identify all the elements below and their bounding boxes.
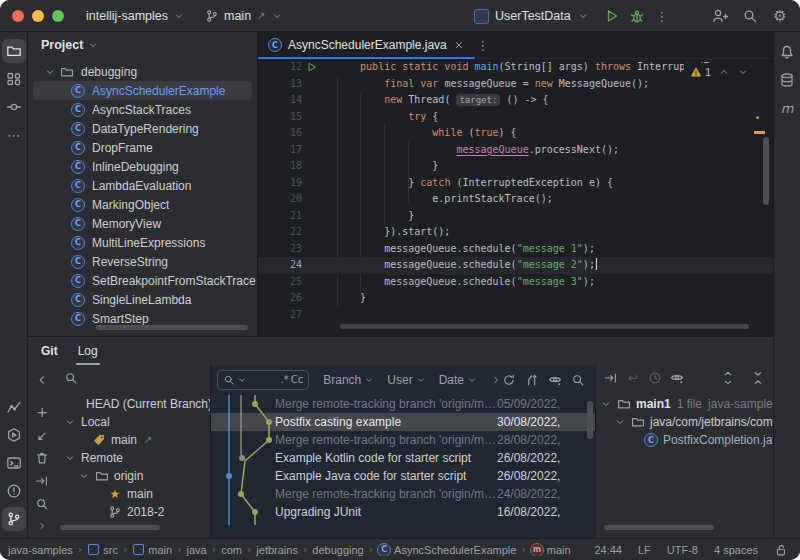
breadcrumb-item[interactable]: jetbrains	[256, 544, 298, 556]
history-button[interactable]	[648, 371, 662, 385]
toolwindow-button-structure[interactable]	[2, 67, 26, 91]
fetch-button[interactable]	[35, 474, 49, 488]
graph-options-button[interactable]	[525, 373, 539, 387]
add-user-button[interactable]	[712, 8, 728, 24]
commit-row[interactable]: Merge remote-tracking branch 'origin/mai…	[211, 395, 595, 413]
preview-button[interactable]	[670, 371, 684, 385]
chevron-down-icon[interactable]	[44, 66, 56, 78]
project-widget[interactable]: intellij-samples	[80, 6, 191, 26]
line-ending[interactable]: LF	[638, 544, 651, 556]
commit-row[interactable]: Upgrading JUnit16/08/2022,	[211, 503, 595, 521]
close-tab-icon[interactable]	[453, 39, 465, 51]
expand-button[interactable]	[36, 520, 48, 532]
toolwindow-button-terminal[interactable]	[2, 451, 26, 475]
breadcrumb-item[interactable]: debugging	[312, 544, 363, 556]
git-tab-log[interactable]: Log	[78, 337, 98, 365]
project-horizontal-scrollbar[interactable]	[96, 325, 248, 330]
toolwindow-button-maven[interactable]: m	[775, 96, 799, 120]
run-line-button[interactable]	[306, 61, 318, 73]
jump-to-source-button[interactable]	[604, 371, 618, 385]
more-actions-button[interactable]: ⋮	[654, 8, 670, 24]
settings-button[interactable]: ⚙	[772, 8, 788, 24]
breadcrumb-item[interactable]: mmain	[531, 544, 571, 556]
editor-tab[interactable]: C AsyncSchedulerExample.java	[258, 32, 475, 58]
branch-widget[interactable]: main ↗	[199, 6, 289, 26]
commit-row[interactable]: Example Kotlin code for starter script26…	[211, 449, 595, 467]
commit-list-scrollbar[interactable]	[587, 401, 593, 439]
project-panel-header[interactable]: Project	[28, 32, 257, 58]
regex-toggle[interactable]: .*	[281, 375, 289, 385]
minimize-window-button[interactable]	[32, 10, 44, 22]
match-case-toggle[interactable]: Cc	[291, 375, 303, 385]
breadcrumb-item[interactable]: CAsyncSchedulerExample	[378, 544, 516, 556]
zoom-window-button[interactable]	[52, 10, 64, 22]
filter-date[interactable]: Date	[439, 373, 477, 387]
find-button[interactable]	[35, 497, 49, 511]
run-configuration-selector[interactable]: UserTestData	[468, 6, 595, 27]
project-tree-item[interactable]: CSingleLineLambda	[28, 290, 257, 309]
project-tree-item[interactable]: CAsyncStackTraces	[28, 100, 257, 119]
commit-search-field[interactable]: .* Cc	[217, 370, 309, 390]
project-tree-item[interactable]: CLambdaEvaluation	[28, 176, 257, 195]
caret-position[interactable]: 24:44	[594, 544, 622, 556]
project-tree-item[interactable]: CSetBreakpointFromStackTrace	[28, 271, 257, 290]
project-tree-item[interactable]: CDropFrame	[28, 138, 257, 157]
project-tree-item[interactable]: CReverseString	[28, 252, 257, 271]
toolwindow-button-profiler[interactable]	[2, 395, 26, 419]
branch-row[interactable]: HEAD (Current Branch)	[56, 395, 210, 413]
branch-row[interactable]: Local	[56, 413, 210, 431]
breadcrumb-item[interactable]: java-samples	[8, 544, 73, 556]
branch-row[interactable]: origin	[56, 467, 210, 485]
editor-vertical-scrollbar[interactable]	[763, 137, 769, 205]
project-tree-item[interactable]: CMarkingObject	[28, 195, 257, 214]
refresh-button[interactable]	[502, 373, 516, 387]
editor-tab-options-button[interactable]: ⋮	[475, 37, 491, 53]
breadcrumb-item[interactable]: src	[87, 544, 118, 556]
inspection-widget[interactable]: 1	[684, 63, 751, 81]
chevron-down-icon[interactable]	[614, 416, 626, 428]
code-area[interactable]: 12 public static void main(String[] args…	[258, 59, 773, 336]
chevron-down-icon[interactable]	[64, 452, 76, 464]
project-tree-item[interactable]: CAsyncSchedulerExample	[33, 81, 252, 100]
toolwindow-button-services[interactable]	[2, 423, 26, 447]
toolwindow-button-version-control[interactable]	[2, 507, 26, 531]
file-lock-indicator[interactable]	[774, 543, 788, 557]
project-tree-item[interactable]: CDataTypeRendering	[28, 119, 257, 138]
hide-button[interactable]	[35, 373, 49, 387]
git-tab-git[interactable]: Git	[41, 337, 58, 365]
changed-files-root-row[interactable]: main11 filejava-samples/sr	[596, 395, 773, 413]
chevron-down-icon[interactable]	[78, 470, 90, 482]
rollback-button[interactable]: ↩	[626, 371, 640, 385]
chevron-down-icon[interactable]	[600, 398, 612, 410]
go-to-hash-button[interactable]	[571, 373, 585, 387]
branch-row[interactable]: 2018-2	[56, 503, 210, 521]
breadcrumb-item[interactable]: java	[187, 544, 207, 556]
branch-search-field[interactable]	[56, 365, 210, 391]
branch-row[interactable]: main↗	[56, 431, 210, 449]
editor-horizontal-scrollbar[interactable]	[340, 324, 749, 329]
collapse-all-button[interactable]	[751, 371, 765, 385]
breadcrumb-item[interactable]: main	[132, 544, 172, 556]
toolwindow-button-project[interactable]	[2, 39, 26, 63]
close-window-button[interactable]	[12, 10, 24, 22]
branch-row[interactable]: Remote	[56, 449, 210, 467]
commit-row[interactable]: Example Java code for starter script26/0…	[211, 467, 595, 485]
project-tree-item[interactable]: CMultiLineExpressions	[28, 233, 257, 252]
filter-branch[interactable]: Branch	[323, 373, 374, 387]
commit-row[interactable]: Postfix casting example30/08/2022,	[211, 413, 595, 431]
filter-user[interactable]: User	[387, 373, 425, 387]
changed-files-file-row[interactable]: CPostfixCompletion.java	[596, 431, 773, 449]
commit-row[interactable]: Merge remote-tracking branch 'origin/mai…	[211, 431, 595, 449]
branches-horizontal-scrollbar[interactable]	[60, 525, 160, 530]
changed-files-dir-row[interactable]: java/com/jetbrains/compl	[596, 413, 773, 431]
toolwindow-button-commit[interactable]	[2, 95, 26, 119]
encoding[interactable]: UTF-8	[667, 544, 698, 556]
more-filters-button[interactable]	[490, 374, 502, 386]
toolwindow-button-database[interactable]	[775, 68, 799, 92]
new-branch-button[interactable]: +	[35, 405, 49, 419]
toolwindow-button-problems[interactable]	[2, 479, 26, 503]
commit-row[interactable]: Merge remote-tracking branch 'origin/mai…	[211, 485, 595, 503]
checkout-button[interactable]: ↙	[35, 428, 49, 442]
files-horizontal-scrollbar[interactable]	[604, 525, 714, 530]
toolwindow-button-notifications[interactable]	[775, 40, 799, 64]
